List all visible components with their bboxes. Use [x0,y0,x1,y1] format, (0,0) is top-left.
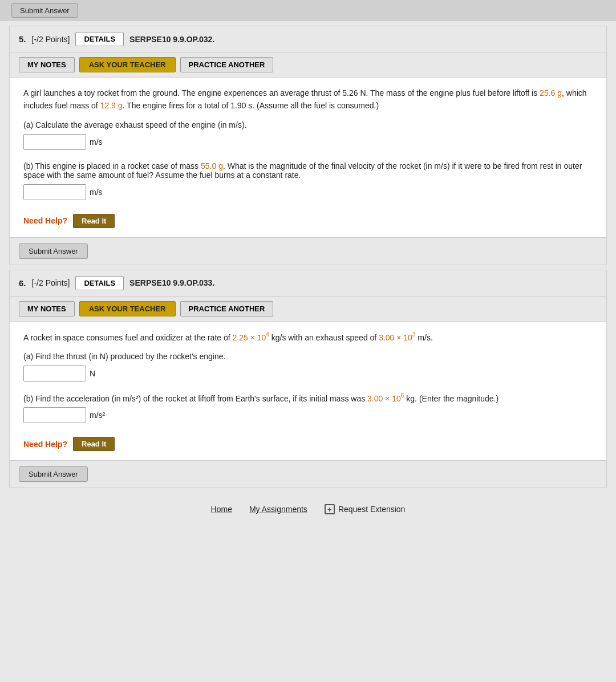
q6-highlight-2: 3.00 × 10 [379,332,412,342]
footer-assignments-link[interactable]: My Assignments [249,505,307,514]
q5-part-b-text-before: (b) This engine is placed in a rocket ca… [23,161,201,170]
question-5-content: A girl launches a toy rocket from the gr… [10,78,606,238]
q5-part-b-unit: m/s [90,188,103,197]
q6-text-1: A rocket in space consumes fuel and oxid… [23,332,233,342]
footer-home-link[interactable]: Home [211,505,232,514]
question-6-block: 6. [-/2 Points] DETAILS SERPSE10 9.9.OP.… [9,270,607,489]
q6-need-help-row: Need Help? Read It [23,433,593,451]
q6-part-b-unit: m/s² [90,411,105,420]
question-6-ask-teacher-button[interactable]: ASK YOUR TEACHER [79,301,176,316]
question-5-action-bar: MY NOTES ASK YOUR TEACHER PRACTICE ANOTH… [10,52,606,78]
page-wrapper: Submit Answer 5. [-/2 Points] DETAILS SE… [0,0,616,531]
question-5-details-button[interactable]: DETAILS [75,32,124,46]
q5-text-3: . The engine fires for a total of 1.90 s… [123,101,379,110]
q5-read-it-button[interactable]: Read It [73,214,115,228]
q6-part-b-label: (b) Find the acceleration (in m/s²) of t… [23,393,593,403]
footer-extension-label: Request Extension [338,505,406,514]
q6-part-b-text-before: (b) Find the acceleration (in m/s²) of t… [23,393,367,403]
question-5-code: SERPSE10 9.9.OP.032. [129,35,214,44]
q5-text-1: A girl launches a toy rocket from the gr… [23,88,540,98]
question-5-points: [-/2 Points] [32,35,70,44]
q5-submit-area: Submit Answer [10,238,606,265]
footer: Home My Assignments + Request Extension [0,493,616,520]
q6-part-a-input[interactable] [23,366,86,381]
top-submit-button[interactable]: Submit Answer [11,3,78,18]
question-6-details-button[interactable]: DETAILS [75,276,124,290]
footer-extension-button[interactable]: + Request Extension [325,504,406,514]
question-5-my-notes-button[interactable]: MY NOTES [19,57,75,72]
q5-highlight-2: 12.9 g [100,101,123,110]
question-5-text: A girl launches a toy rocket from the gr… [23,87,593,112]
q5-part-a-label: (a) Calculate the average exhaust speed … [23,120,593,129]
q5-part-b-answer-row: m/s [23,184,593,200]
q5-part-b-highlight: 55.0 g [201,161,223,170]
q5-part-b-label: (b) This engine is placed in a rocket ca… [23,161,593,180]
q5-need-help-text: Need Help? [23,216,67,225]
question-6-header: 6. [-/2 Points] DETAILS SERPSE10 9.9.OP.… [10,270,606,297]
question-6-code: SERPSE10 9.9.OP.033. [129,278,214,287]
question-5-ask-teacher-button[interactable]: ASK YOUR TEACHER [79,57,176,72]
question-6-my-notes-button[interactable]: MY NOTES [19,301,75,316]
q6-submit-answer-button[interactable]: Submit Answer [19,466,88,482]
extension-icon: + [325,504,335,514]
q5-highlight-1: 25.6 g [540,88,562,98]
question-5-practice-button[interactable]: PRACTICE ANOTHER [180,57,274,72]
q5-submit-answer-button[interactable]: Submit Answer [19,243,88,259]
q6-part-a-unit: N [90,369,95,378]
question-6-text: A rocket in space consumes fuel and oxid… [23,331,593,344]
q6-need-help-text: Need Help? [23,440,67,449]
q6-submit-area: Submit Answer [10,461,606,488]
q5-part-a-unit: m/s [90,137,103,147]
q6-part-a-answer-row: N [23,366,593,381]
question-6-number: 6. [19,278,26,288]
question-6-content: A rocket in space consumes fuel and oxid… [10,322,606,461]
question-5-number: 5. [19,34,26,44]
q6-text-2: kg/s with an exhaust speed of [269,332,379,342]
q5-part-a-input[interactable] [23,134,86,150]
q6-highlight-1: 2.25 × 10 [233,332,266,342]
question-5-block: 5. [-/2 Points] DETAILS SERPSE10 9.9.OP.… [9,26,607,265]
q6-read-it-button[interactable]: Read It [73,437,115,451]
q5-part-a-answer-row: m/s [23,134,593,150]
q6-part-b-answer-row: m/s² [23,407,593,423]
q5-part-b-input[interactable] [23,184,86,200]
question-6-practice-button[interactable]: PRACTICE ANOTHER [180,301,274,316]
q6-part-a-label: (a) Find the thrust (in N) produced by t… [23,352,593,361]
q6-part-b-highlight: 3.00 × 10 [367,393,401,403]
top-bar: Submit Answer [0,0,616,21]
q6-part-b-text-after: kg. (Enter the magnitude.) [404,393,499,403]
q5-need-help-row: Need Help? Read It [23,210,593,228]
question-5-header: 5. [-/2 Points] DETAILS SERPSE10 9.9.OP.… [10,26,606,52]
q6-part-b-input[interactable] [23,407,86,423]
question-6-points: [-/2 Points] [32,278,70,287]
question-6-action-bar: MY NOTES ASK YOUR TEACHER PRACTICE ANOTH… [10,297,606,322]
q6-text-3: m/s. [415,332,432,342]
